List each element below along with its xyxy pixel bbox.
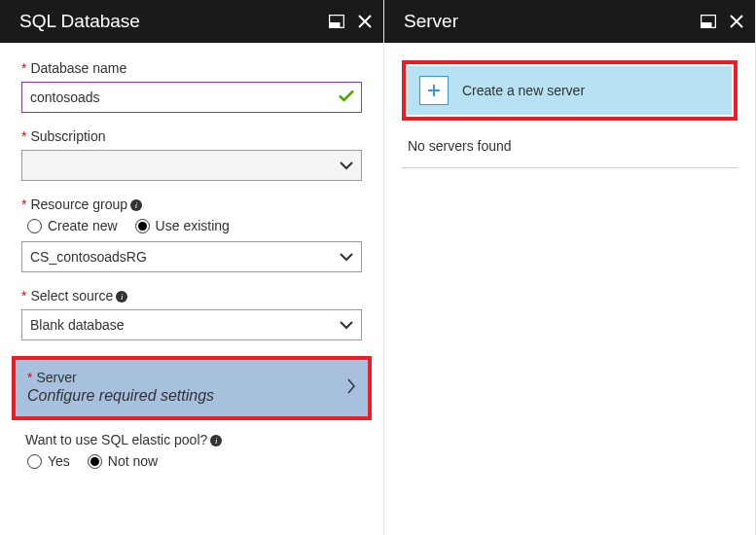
resource-group-value: CS_contosoadsRG [30, 249, 147, 265]
resource-group-radios: Create new Use existing [21, 218, 362, 233]
subscription-label: *Subscription [21, 128, 362, 144]
sql-database-blade: SQL Database *Database name *Subscriptio… [0, 0, 384, 535]
elastic-pool-field: Want to use SQL elastic pool?i Yes Not n… [21, 432, 362, 469]
header-controls [329, 15, 372, 28]
server-sublabel: Configure required settings [27, 387, 214, 405]
close-icon[interactable] [730, 15, 743, 28]
rg-create-new-option[interactable]: Create new [27, 218, 118, 233]
server-label: Server [36, 370, 76, 385]
valid-checkmark-icon [339, 89, 354, 106]
restore-icon[interactable] [701, 15, 716, 28]
blade-title: Server [404, 11, 458, 32]
restore-icon[interactable] [329, 15, 344, 28]
subscription-field: *Subscription [21, 128, 362, 181]
info-icon[interactable]: i [116, 291, 127, 303]
radio-selected-icon [88, 454, 102, 469]
database-name-input[interactable] [21, 82, 362, 113]
select-source-value: Blank database [30, 317, 125, 333]
chevron-down-icon [340, 158, 353, 173]
header-controls [701, 15, 743, 28]
elastic-pool-radios: Yes Not now [21, 453, 362, 469]
create-server-highlight: Create a new server [402, 60, 738, 121]
server-nav-text: *Server Configure required settings [27, 370, 214, 405]
elastic-yes-option[interactable]: Yes [27, 453, 70, 469]
radio-unselected-icon [27, 219, 42, 233]
svg-rect-5 [702, 22, 712, 28]
svg-rect-1 [330, 22, 341, 28]
select-source-field: *Select sourcei Blank database [21, 288, 362, 340]
server-highlight: *Server Configure required settings [12, 356, 372, 420]
chevron-down-icon [340, 317, 353, 333]
elastic-pool-label: Want to use SQL elastic pool?i [21, 432, 362, 447]
resource-group-label: *Resource groupi [21, 196, 362, 212]
info-icon[interactable]: i [210, 435, 222, 446]
database-name-field: *Database name [21, 60, 362, 113]
select-source-label: *Select sourcei [21, 288, 362, 303]
info-icon[interactable]: i [130, 199, 142, 211]
create-server-label: Create a new server [462, 83, 585, 98]
blade-header: SQL Database [0, 0, 383, 43]
server-blade: Server Create a new server No servers fo… [384, 0, 756, 535]
rg-create-label: Create new [48, 218, 118, 233]
elastic-notnow-option[interactable]: Not now [88, 453, 158, 469]
database-name-label: *Database name [21, 60, 362, 76]
blade-body: *Database name *Subscription *Resource g… [0, 43, 383, 535]
resource-group-select[interactable]: CS_contosoadsRG [21, 241, 362, 272]
subscription-select[interactable] [21, 150, 362, 181]
plus-icon [419, 76, 449, 105]
close-icon[interactable] [358, 15, 372, 28]
blade-header: Server [384, 0, 755, 43]
resource-group-field: *Resource groupi Create new Use existing… [21, 196, 362, 272]
rg-use-existing-option[interactable]: Use existing [135, 218, 230, 233]
chevron-right-icon [346, 377, 356, 398]
radio-unselected-icon [27, 454, 42, 469]
create-new-server-button[interactable]: Create a new server [408, 66, 732, 115]
elastic-yes-label: Yes [48, 453, 70, 469]
blade-title: SQL Database [19, 11, 140, 32]
select-source-select[interactable]: Blank database [21, 309, 362, 340]
blade-body: Create a new server No servers found [384, 43, 755, 535]
radio-selected-icon [135, 219, 150, 233]
server-configure-button[interactable]: *Server Configure required settings [16, 360, 368, 416]
chevron-down-icon [340, 249, 353, 265]
no-servers-message: No servers found [402, 138, 738, 168]
elastic-notnow-label: Not now [108, 453, 158, 469]
rg-existing-label: Use existing [156, 218, 230, 233]
